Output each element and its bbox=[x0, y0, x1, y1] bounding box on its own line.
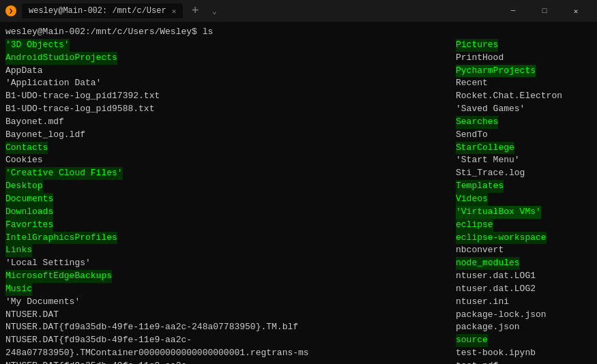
list-item-row: Bayonet.mdf bbox=[5, 116, 456, 129]
list-item: Bayonet_log.ldf bbox=[5, 129, 456, 142]
list-item: test-book.ipynb bbox=[456, 347, 592, 360]
list-item: 'Local Settings' bbox=[5, 257, 456, 270]
list-item-row: eclipse-workspace bbox=[456, 232, 592, 245]
list-item: Desktop bbox=[5, 180, 43, 193]
list-item-row: IntelGraphicsProfiles bbox=[5, 232, 456, 245]
list-item: node_modules bbox=[456, 257, 520, 270]
list-item: Bayonet.mdf bbox=[5, 116, 456, 129]
list-item: 'VirtualBox VMs' bbox=[456, 206, 541, 219]
list-item: NTUSER.DAT{fd9a35db-49fe-11e9-aa2c-248a0… bbox=[5, 360, 456, 364]
tab-close-icon[interactable]: ✕ bbox=[172, 7, 177, 16]
list-item: B1-UDO-trace-log_pid9588.txt bbox=[5, 103, 456, 116]
list-item-row: eclipse bbox=[456, 219, 592, 232]
list-item-row: ntuser.ini bbox=[456, 296, 592, 309]
list-item: Searches bbox=[456, 116, 498, 129]
list-item: package.json bbox=[456, 321, 592, 334]
list-item-row: B1-UDO-trace-log_pid9588.txt bbox=[5, 103, 456, 116]
list-item-row: 'Saved Games' bbox=[456, 103, 592, 116]
list-item-row: Rocket.Chat.Electron bbox=[456, 90, 592, 103]
list-item: B1-UDO-trace-log_pid17392.txt bbox=[5, 90, 456, 103]
list-item-row: Recent bbox=[456, 77, 592, 90]
list-item-row: 'Creative Cloud Files' bbox=[5, 167, 456, 180]
list-item: eclipse-workspace bbox=[456, 232, 547, 245]
list-item: NTUSER.DAT bbox=[5, 309, 456, 322]
close-button[interactable]: ✕ bbox=[560, 0, 592, 22]
list-item: SendTo bbox=[456, 129, 592, 142]
list-item-row: Documents bbox=[5, 193, 456, 206]
list-item-row: Links bbox=[5, 244, 456, 257]
list-item-row: Downloads bbox=[5, 206, 456, 219]
list-item-row: ntuser.dat.LOG2 bbox=[456, 283, 592, 296]
list-item: NTUSER.DAT{fd9a35db-49fe-11e9-aa2c-248a0… bbox=[5, 321, 456, 334]
list-item: PrintHood bbox=[456, 52, 592, 65]
list-item: Downloads bbox=[5, 206, 53, 219]
prompt-line: wesley@Main-002:/mnt/c/Users/Wesley$ ls bbox=[5, 26, 592, 39]
list-item: Cookies bbox=[5, 154, 456, 167]
list-item-row: Videos bbox=[456, 193, 592, 206]
list-item: package-lock.json bbox=[456, 309, 592, 322]
list-item-row: ntuser.dat.LOG1 bbox=[456, 270, 592, 283]
active-tab[interactable]: wesley@Main-002: /mnt/c/User ✕ bbox=[22, 3, 183, 18]
list-item-row: PrintHood bbox=[456, 52, 592, 65]
list-item: Videos bbox=[456, 193, 488, 206]
list-item-row: source bbox=[456, 334, 592, 347]
terminal-content: '3D Objects'AndroidStudioProjectsAppData… bbox=[5, 39, 592, 364]
list-item-row: Cookies bbox=[5, 154, 456, 167]
list-item-row: Desktop bbox=[5, 180, 456, 193]
list-item: MicrosoftEdgeBackups bbox=[5, 270, 112, 283]
list-item: Contacts bbox=[5, 142, 48, 155]
list-item: Templates bbox=[456, 180, 504, 193]
list-item: NTUSER.DAT{fd9a35db-49fe-11e9-aa2c-248a0… bbox=[5, 334, 456, 360]
list-item-row: 'Start Menu' bbox=[456, 154, 592, 167]
list-item: Favorites bbox=[5, 219, 53, 232]
list-item-row: test.pdf bbox=[456, 360, 592, 364]
list-item: '3D Objects' bbox=[5, 39, 70, 52]
dropdown-button[interactable]: ⌄ bbox=[205, 1, 224, 20]
list-item: IntelGraphicsProfiles bbox=[5, 232, 117, 245]
list-item-row: MicrosoftEdgeBackups bbox=[5, 270, 456, 283]
list-item: Recent bbox=[456, 77, 592, 90]
list-item-row: NTUSER.DAT bbox=[5, 309, 456, 322]
list-item-row: SendTo bbox=[456, 129, 592, 142]
list-item-row: AndroidStudioProjects bbox=[5, 52, 456, 65]
list-item-row: Music bbox=[5, 283, 456, 296]
app-icon: ❯ bbox=[5, 5, 16, 16]
list-item-row: Favorites bbox=[5, 219, 456, 232]
maximize-button[interactable]: □ bbox=[529, 0, 560, 22]
list-item: Music bbox=[5, 283, 32, 296]
list-item-row: 'My Documents' bbox=[5, 296, 456, 309]
window-controls: ─ □ ✕ bbox=[497, 0, 592, 22]
title-bar[interactable]: ❯ wesley@Main-002: /mnt/c/User ✕ + ⌄ ─ □… bbox=[0, 0, 597, 22]
list-item: StarCollege bbox=[456, 142, 514, 155]
list-item: eclipse bbox=[456, 219, 493, 232]
list-item-row: AppData bbox=[5, 65, 456, 78]
list-item-row: StarCollege bbox=[456, 142, 592, 155]
list-item-row: package.json bbox=[456, 321, 592, 334]
list-item-row: B1-UDO-trace-log_pid17392.txt bbox=[5, 90, 456, 103]
list-item: 'Application Data' bbox=[5, 77, 456, 90]
list-item: ntuser.dat.LOG2 bbox=[456, 283, 592, 296]
list-item-row: package-lock.json bbox=[456, 309, 592, 322]
list-item: Pictures bbox=[456, 39, 498, 52]
left-column: '3D Objects'AndroidStudioProjectsAppData… bbox=[5, 39, 456, 364]
terminal: wesley@Main-002:/mnt/c/Users/Wesley$ ls … bbox=[0, 22, 597, 364]
list-item: ntuser.ini bbox=[456, 296, 592, 309]
list-item-row: 'VirtualBox VMs' bbox=[456, 206, 592, 219]
list-item: AndroidStudioProjects bbox=[5, 52, 117, 65]
right-column: PicturesPrintHoodPycharmProjectsRecentRo… bbox=[456, 39, 592, 364]
list-item: test.pdf bbox=[456, 360, 592, 364]
minimize-button[interactable]: ─ bbox=[497, 0, 529, 22]
list-item-row: 'Local Settings' bbox=[5, 257, 456, 270]
list-item: 'Saved Games' bbox=[456, 103, 592, 116]
list-item-row: NTUSER.DAT{fd9a35db-49fe-11e9-aa2c-248a0… bbox=[5, 321, 456, 334]
list-item: 'Creative Cloud Files' bbox=[5, 167, 123, 180]
list-item: AppData bbox=[5, 65, 456, 78]
list-item-row: nbconvert bbox=[456, 244, 592, 257]
list-item-row: Searches bbox=[456, 116, 592, 129]
list-item: nbconvert bbox=[456, 244, 592, 257]
list-item-row: NTUSER.DAT{fd9a35db-49fe-11e9-aa2c-248a0… bbox=[5, 360, 456, 364]
new-tab-button[interactable]: + bbox=[186, 1, 205, 20]
list-item-row: 'Application Data' bbox=[5, 77, 456, 90]
list-item-row: node_modules bbox=[456, 257, 592, 270]
list-item-row: Pictures bbox=[456, 39, 592, 52]
